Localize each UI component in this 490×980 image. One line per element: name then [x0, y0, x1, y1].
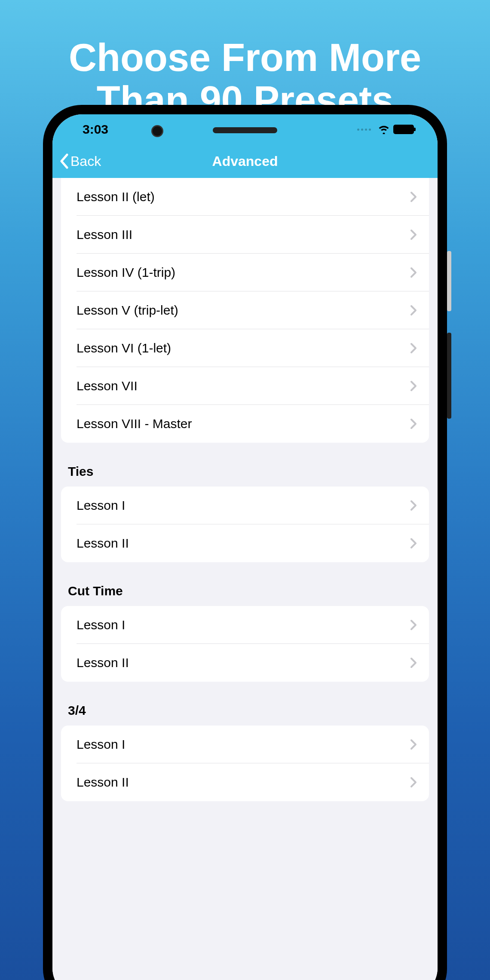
chevron-right-icon — [410, 191, 417, 202]
section-group: Lesson ILesson II — [61, 487, 429, 562]
chevron-right-icon — [410, 267, 417, 278]
chevron-right-icon — [410, 538, 417, 549]
chevron-right-icon — [410, 418, 417, 429]
list-item-label: Lesson II — [77, 536, 129, 551]
status-time: 3:03 — [83, 122, 108, 137]
chevron-right-icon — [410, 500, 417, 511]
list-item[interactable]: Lesson II (let) — [61, 178, 429, 216]
list-item[interactable]: Lesson I — [61, 487, 429, 524]
list-item-label: Lesson II — [77, 655, 129, 670]
section-header: Cut Time — [52, 562, 438, 606]
chevron-right-icon — [410, 739, 417, 750]
cellular-dots-icon — [357, 129, 371, 131]
list-item-label: Lesson IV (1-trip) — [77, 265, 175, 280]
content-scroll[interactable]: Lesson II (let)Lesson IIILesson IV (1-tr… — [52, 178, 438, 980]
list-item[interactable]: Lesson VIII - Master — [61, 405, 429, 443]
section-group: Lesson ILesson II — [61, 726, 429, 801]
list-item[interactable]: Lesson II — [61, 763, 429, 801]
list-item[interactable]: Lesson II — [61, 644, 429, 682]
list-item[interactable]: Lesson V (trip-let) — [61, 291, 429, 329]
chevron-right-icon — [410, 229, 417, 240]
chevron-right-icon — [410, 619, 417, 631]
section-header: 3/4 — [52, 682, 438, 726]
chevron-right-icon — [410, 343, 417, 354]
phone-volume-button — [447, 333, 451, 419]
list-item[interactable]: Lesson I — [61, 726, 429, 763]
chevron-right-icon — [410, 305, 417, 316]
chevron-left-icon — [59, 153, 69, 169]
section-group: Lesson ILesson II — [61, 606, 429, 682]
list-item-label: Lesson VII — [77, 379, 138, 393]
list-item[interactable]: Lesson IV (1-trip) — [61, 254, 429, 291]
list-item-label: Lesson VI (1-let) — [77, 341, 171, 355]
page-title: Advanced — [212, 153, 278, 169]
list-item-label: Lesson I — [77, 618, 125, 632]
list-item-label: Lesson III — [77, 227, 132, 242]
list-item[interactable]: Lesson VI (1-let) — [61, 329, 429, 367]
battery-icon — [393, 125, 414, 134]
section-header: Ties — [52, 443, 438, 487]
list-item-label: Lesson I — [77, 737, 125, 752]
chevron-right-icon — [410, 777, 417, 788]
list-item-label: Lesson II — [77, 775, 129, 790]
back-button[interactable]: Back — [52, 153, 101, 169]
list-item-label: Lesson VIII - Master — [77, 416, 192, 431]
status-icons — [357, 125, 414, 134]
section-group: Lesson II (let)Lesson IIILesson IV (1-tr… — [61, 178, 429, 443]
list-item[interactable]: Lesson II — [61, 524, 429, 562]
list-item[interactable]: Lesson VII — [61, 367, 429, 405]
wifi-icon — [378, 125, 390, 134]
status-bar: 3:03 — [52, 114, 438, 144]
nav-bar: Back Advanced — [52, 144, 438, 178]
phone-frame: 3:03 Back Advanced Lesson II (let)Lesson — [43, 105, 447, 980]
phone-power-button — [447, 251, 451, 311]
list-item[interactable]: Lesson III — [61, 216, 429, 254]
phone-screen: 3:03 Back Advanced Lesson II (let)Lesson — [52, 114, 438, 980]
back-label: Back — [70, 153, 101, 169]
list-item-label: Lesson I — [77, 498, 125, 513]
chevron-right-icon — [410, 657, 417, 668]
list-item[interactable]: Lesson I — [61, 606, 429, 644]
list-item-label: Lesson V (trip-let) — [77, 303, 178, 318]
list-item-label: Lesson II (let) — [77, 190, 155, 204]
chevron-right-icon — [410, 380, 417, 392]
promo-title: Choose From More Than 90 Presets — [0, 0, 490, 122]
